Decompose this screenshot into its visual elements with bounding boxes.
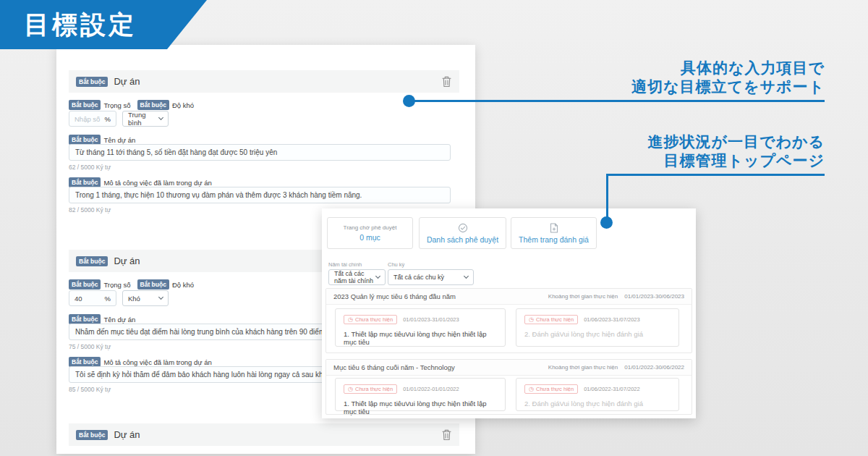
feature-annotation-1: 具体的な入力項目で 適切な目標立てをサポート [631, 59, 825, 96]
goal-step-card[interactable]: ◷ Chưa thực hiện 01/06/2023-31/07/2023 2… [516, 308, 679, 347]
stage: Bắt buộc Dự án Bắt buộc Trọng số Bắt buộ… [0, 0, 868, 456]
goal-dates: 01/06/2023-31/07/2023 [584, 316, 640, 323]
dashboard-panel: Trang chờ phê duyệt 0 mục Danh sách phê … [322, 208, 696, 418]
annotation-dot [600, 216, 613, 229]
required-badge: Bắt buộc [137, 100, 169, 110]
required-badge: Bắt buộc [76, 77, 108, 87]
goal-group-header: Mục tiêu 6 tháng cuối năm - Technology K… [326, 360, 692, 376]
required-badge: Bắt buộc [69, 100, 101, 110]
required-badge: Bắt buộc [69, 357, 101, 367]
status-badge: ◷ Chưa thực hiện [344, 384, 397, 394]
trash-icon [441, 428, 452, 441]
percent-unit: % [105, 115, 111, 123]
status-badge: ◷ Chưa thực hiện [344, 315, 397, 324]
chevron-down-icon [158, 295, 163, 300]
difficulty-label: Bắt buộc Độ khó [137, 279, 194, 290]
goal-step-text: 2. Đánh giáVui lòng thực hiện đánh giá [524, 400, 671, 408]
cycle-select[interactable]: Tất cả các chu kỳ [388, 269, 474, 285]
fiscal-year-label: Năm tài chính [328, 261, 362, 268]
weight-input[interactable] [75, 295, 105, 303]
goal-group: Mục tiêu 6 tháng cuối năm - Technology K… [326, 359, 692, 415]
required-badge: Bắt buộc [69, 135, 101, 145]
weight-label: Bắt buộc Trọng số [69, 100, 131, 110]
goal-step-text: 1. Thiết lập mục tiêuVui lòng thực hiện … [344, 400, 497, 415]
clock-icon: ◷ [529, 317, 534, 323]
goal-step-text: 2. Đánh giáVui lòng thực hiện đánh giá [524, 330, 671, 338]
char-counter: 85 / 5000 Ký tự [69, 386, 111, 393]
goal-step-card[interactable]: ◷ Chưa thực hiện 01/01/2022-01/01/2022 1… [335, 378, 506, 411]
delete-card-button[interactable] [441, 428, 452, 441]
delete-card-button[interactable] [441, 75, 452, 88]
chevron-down-icon [375, 274, 380, 279]
form-card3-header: Bắt buộc Dự án [69, 423, 459, 446]
required-badge: Bắt buộc [137, 279, 169, 290]
difficulty-select[interactable]: Trung bình [122, 111, 169, 127]
annotation-line [606, 174, 825, 176]
goal-step-card[interactable]: ◷ Chưa thực hiện 01/06/2022-31/07/2022 2… [516, 378, 679, 411]
goal-dates: 01/06/2022-31/07/2022 [584, 386, 640, 392]
card-title: Dự án [114, 429, 140, 440]
period-dates: 01/01/2023-30/06/2023 [624, 293, 684, 300]
percent-unit: % [105, 295, 111, 303]
cycle-label: Chu kỳ [388, 261, 404, 268]
fiscal-year-select[interactable]: Tất cả các năm tài chính [328, 269, 386, 285]
char-counter: 82 / 5000 Ký tự [69, 206, 111, 214]
period-label: Khoảng thời gian thực hiện [548, 293, 618, 300]
card2-weight-difficulty-labels: Bắt buộc Trọng số Bắt buộc Độ khó [69, 279, 194, 290]
goal-dates: 01/01/2023-31/01/2023 [403, 316, 459, 323]
period-dates: 01/01/2022-30/06/2022 [624, 364, 684, 371]
project-name-input[interactable] [69, 144, 451, 161]
card1-weight-difficulty-inputs: % Trung bình [69, 111, 169, 127]
period-label: Khoảng thời gian thực hiện [548, 364, 618, 371]
page-ribbon: 目標設定 [0, 0, 207, 49]
clock-icon: ◷ [529, 387, 534, 392]
clock-icon: ◷ [348, 317, 353, 323]
card-title: Dự án [114, 256, 140, 266]
required-badge: Bắt buộc [76, 430, 108, 440]
annotation-dot [403, 95, 415, 107]
chevron-down-icon [464, 274, 469, 279]
card2-desc-label: Bắt buộc Mô tả công việc đã làm trong dự… [69, 357, 212, 367]
card1-weight-difficulty-labels: Bắt buộc Trọng số Bắt buộc Độ khó [69, 100, 194, 110]
trash-icon [441, 75, 452, 88]
card1-name-label: Bắt buộc Tên dự án [69, 135, 135, 145]
annotation-line [606, 174, 608, 219]
required-badge: Bắt buộc [69, 279, 101, 290]
pending-approval-tile[interactable]: Trang chờ phê duyệt 0 mục [327, 217, 413, 249]
card2-weight-difficulty-inputs: % Khó [69, 290, 169, 306]
weight-input-wrap: % [69, 111, 116, 127]
goal-group: 2023 Quản lý mục tiêu 6 tháng đầu năm Kh… [326, 288, 692, 353]
chevron-down-icon [158, 115, 163, 120]
page-title: 目標設定 [0, 8, 137, 42]
goal-step-text: 1. Thiết lập mục tiêuVui lòng thực hiện … [344, 330, 497, 346]
required-badge: Bắt buộc [76, 256, 108, 266]
approval-list-tile[interactable]: Danh sách phê duyệt [419, 217, 506, 249]
form-card1-header: Bắt buộc Dự án [69, 70, 459, 93]
required-badge: Bắt buộc [69, 314, 101, 324]
weight-input-wrap: % [69, 290, 116, 306]
goal-dates: 01/01/2022-01/01/2022 [403, 386, 459, 392]
add-review-page-tile[interactable]: Thêm trang đánh giá [511, 217, 597, 249]
difficulty-select[interactable]: Khó [122, 290, 169, 306]
project-desc-input[interactable] [69, 187, 451, 203]
file-plus-icon [550, 223, 558, 233]
difficulty-label: Bắt buộc Độ khó [137, 100, 194, 110]
char-counter: 62 / 5000 Ký tự [69, 164, 111, 171]
char-counter: 75 / 5000 Ký tự [69, 343, 111, 350]
weight-input[interactable] [75, 115, 105, 123]
goal-group-header: 2023 Quản lý mục tiêu 6 tháng đầu năm Kh… [326, 289, 692, 305]
goal-step-card[interactable]: ◷ Chưa thực hiện 01/01/2023-31/01/2023 1… [335, 308, 506, 347]
check-circle-icon [458, 223, 468, 233]
status-badge: ◷ Chưa thực hiện [524, 384, 578, 394]
required-badge: Bắt buộc [69, 177, 101, 187]
status-badge: ◷ Chưa thực hiện [524, 315, 578, 324]
card2-name-label: Bắt buộc Tên dự án [69, 314, 135, 324]
annotation-line [409, 100, 825, 102]
weight-label: Bắt buộc Trọng số [69, 279, 131, 290]
card1-desc-label: Bắt buộc Mô tả công việc đã làm trong dự… [69, 177, 212, 187]
feature-annotation-2: 進捗状況が一目でわかる 目標管理トップページ [648, 132, 825, 170]
card-title: Dự án [114, 76, 140, 87]
clock-icon: ◷ [348, 387, 353, 392]
